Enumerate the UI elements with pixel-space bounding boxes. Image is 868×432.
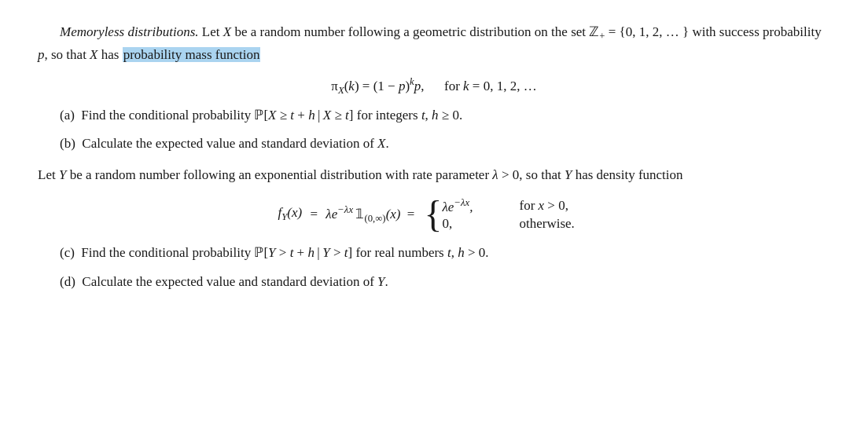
paragraph1-part6: has: [98, 47, 123, 62]
para2-part3: has density function: [572, 167, 682, 182]
piecewise-row-1: λe−λx, for x > 0,: [442, 197, 590, 215]
piecewise-cases: λe−λx, for x > 0, 0, otherwise.: [442, 197, 590, 232]
formula-pmf: πX(k) = (1 − p)kp, for k = 0, 1, 2, …: [38, 76, 830, 97]
para2-part1: Let: [38, 167, 59, 182]
intro-paragraph: Memoryless distributions. Let X be a ran…: [38, 22, 830, 65]
equals1: =: [307, 207, 321, 222]
neg-lx-exp: −λx: [337, 204, 353, 215]
case1-expr: λe−λx,: [442, 197, 505, 215]
qa-text: (a) Find the conditional probability ℙ[X…: [60, 108, 462, 123]
paragraph1-part4: = {0, 1, 2, … } with success probability: [605, 24, 821, 39]
paragraph1-part3: be a random number following a geometric…: [231, 24, 605, 39]
formula-pmf-text: πX(k) = (1 − p)kp, for k = 0, 1, 2, …: [331, 79, 536, 93]
case1-cond: for x > 0,: [519, 198, 590, 214]
question-d: (d) Calculate the expected value and sta…: [60, 272, 830, 292]
paragraph1-part2: Let: [199, 24, 223, 39]
qd-text: (d) Calculate the expected value and sta…: [60, 274, 388, 289]
case1-exp: −λx: [454, 197, 469, 208]
case2-cond: otherwise.: [519, 216, 590, 232]
piecewise-row-2: 0, otherwise.: [442, 216, 590, 232]
case2-expr: 0,: [442, 216, 505, 232]
formula-density-lhs: fY(x): [278, 205, 303, 223]
pi-sub-X: X: [338, 86, 344, 97]
qc-text: (c) Find the conditional probability ℙ[Y…: [60, 245, 489, 260]
equals2: =: [404, 207, 418, 222]
question-a: (a) Find the conditional probability ℙ[X…: [60, 105, 830, 126]
main-content: Memoryless distributions. Let X be a ran…: [38, 22, 830, 298]
highlight-pmf: probability mass function: [123, 47, 261, 62]
indicator-sub: (0,∞): [364, 213, 385, 224]
question-c: (c) Find the conditional probability ℙ[Y…: [60, 243, 830, 263]
var-Y1: Y: [59, 167, 66, 182]
var-p: p: [38, 47, 45, 62]
qb-text: (b) Calculate the expected value and sta…: [60, 136, 389, 151]
paragraph1-part5: , so that: [45, 47, 90, 62]
var-Y2: Y: [565, 167, 572, 182]
formula-density: fY(x) = λe−λx 𝟙(0,∞)(x) = { λe−λx, for x…: [38, 197, 830, 232]
var-X2: X: [90, 47, 97, 62]
title-text: Memoryless distributions.: [60, 24, 199, 39]
left-brace: {: [425, 200, 443, 229]
paragraph2: Let Y be a random number following an ex…: [38, 165, 830, 185]
fY-sub: Y: [281, 212, 287, 223]
lambda-exp-term: λe−λx 𝟙(0,∞)(x): [326, 204, 400, 225]
question-b: (b) Calculate the expected value and sta…: [60, 134, 830, 154]
para2-part2: be a random number following an exponent…: [66, 167, 565, 182]
var-X1: X: [223, 24, 231, 39]
